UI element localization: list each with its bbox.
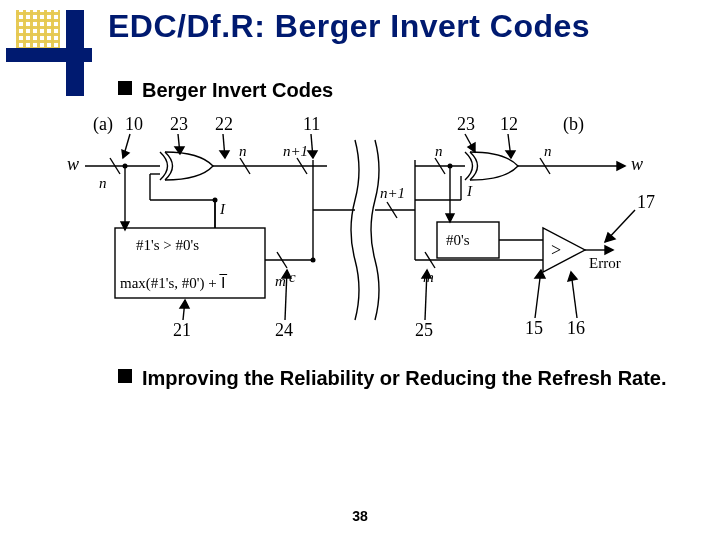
bullet-marker (118, 81, 132, 95)
svg-marker-39 (446, 214, 454, 222)
svg-marker-6 (122, 150, 129, 158)
label-I-a: I (219, 201, 226, 217)
svg-marker-45 (506, 151, 515, 158)
svg-marker-4 (121, 222, 129, 230)
num-22: 22 (215, 114, 233, 134)
bullet-1-text: Berger Invert Codes (142, 78, 333, 103)
logo-bar-vertical (66, 10, 84, 96)
label-w-in: w (67, 154, 79, 174)
label-w-out: w (631, 154, 643, 174)
label-cmp: > (551, 240, 561, 260)
page-number: 38 (352, 508, 368, 524)
circuit-diagram: (a) 10 23 22 11 23 12 (b) w n I n n+1 (65, 110, 665, 350)
num-23a: 23 (170, 114, 188, 134)
svg-marker-59 (605, 233, 615, 242)
svg-marker-10 (220, 151, 229, 158)
svg-marker-63 (568, 272, 577, 281)
label-b: (b) (563, 114, 584, 135)
num-21: 21 (173, 320, 191, 340)
num-11: 11 (303, 114, 320, 134)
bullet-2: Improving the Reliability or Reducing th… (118, 366, 700, 391)
svg-marker-57 (605, 246, 613, 254)
svg-marker-12 (308, 151, 317, 158)
num-12: 12 (500, 114, 518, 134)
num-10: 10 (125, 114, 143, 134)
bullet-marker (118, 369, 132, 383)
logo-grid (16, 10, 60, 50)
label-cnt0: #0's (446, 232, 470, 248)
label-n1: n (239, 143, 247, 159)
label-cnt-l1: #1's > #0's (136, 237, 199, 253)
bullet-1: Berger Invert Codes (118, 78, 333, 103)
label-error: Error (589, 255, 621, 271)
svg-marker-43 (468, 143, 475, 152)
svg-marker-47 (617, 162, 625, 170)
slide-title: EDC/Df.R: Berger Invert Codes (108, 8, 590, 45)
label-a: (a) (93, 114, 113, 135)
svg-point-26 (311, 258, 316, 263)
num-25: 25 (415, 320, 433, 340)
bullet-2-text: Improving the Reliability or Reducing th… (142, 366, 667, 391)
num-17: 17 (637, 192, 655, 212)
label-np1-b: n+1 (380, 185, 405, 201)
num-24: 24 (275, 320, 293, 340)
label-n-out: n (544, 143, 552, 159)
label-n-in: n (99, 175, 107, 191)
label-n2: n (435, 143, 443, 159)
label-np1: n+1 (283, 143, 308, 159)
num-15: 15 (525, 318, 543, 338)
num-16: 16 (567, 318, 585, 338)
svg-marker-55 (543, 228, 585, 272)
num-23b: 23 (457, 114, 475, 134)
label-cnt-l2: max(#1's, #0') + I̅ (120, 274, 228, 292)
svg-marker-29 (180, 300, 189, 308)
label-I-b: I (466, 183, 473, 199)
